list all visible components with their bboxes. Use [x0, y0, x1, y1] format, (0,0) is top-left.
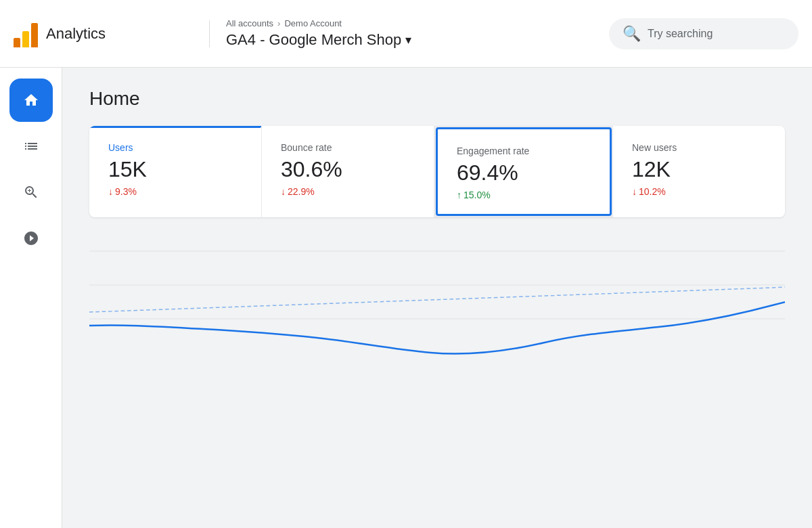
- breadcrumb-demo-account[interactable]: Demo Account: [284, 18, 342, 28]
- new-users-value: 12K: [632, 157, 766, 182]
- new-users-label: New users: [632, 142, 766, 153]
- users-change-arrow: ↓: [108, 186, 113, 197]
- bounce-rate-change-value: 22.9%: [288, 186, 315, 197]
- reports-icon: [23, 138, 39, 154]
- engagement-rate-value: 69.4%: [457, 160, 591, 185]
- sidebar-item-home[interactable]: [9, 79, 53, 122]
- trend-chart: [89, 217, 785, 366]
- metric-bounce-rate[interactable]: Bounce rate 30.6% ↓ 22.9%: [262, 126, 434, 217]
- bounce-rate-label: Bounce rate: [281, 142, 415, 153]
- account-area: All accounts › Demo Account GA4 - Google…: [210, 18, 609, 49]
- metric-engagement-rate[interactable]: Engagement rate 69.4% ↑ 15.0%: [436, 127, 612, 216]
- main-content: Home Users 15K ↓ 9.3% Bounce rate 30.6% …: [62, 68, 812, 528]
- sidebar-item-explore[interactable]: [9, 171, 53, 214]
- metric-users[interactable]: Users 15K ↓ 9.3%: [89, 126, 262, 217]
- explore-icon: [23, 184, 39, 200]
- advertising-icon: [23, 230, 39, 246]
- new-users-change: ↓ 10.2%: [632, 186, 766, 197]
- engagement-rate-arrow: ↑: [457, 190, 461, 200]
- new-users-arrow: ↓: [632, 186, 637, 197]
- main-layout: Home Users 15K ↓ 9.3% Bounce rate 30.6% …: [0, 68, 812, 528]
- engagement-rate-change-value: 15.0%: [464, 190, 491, 200]
- search-placeholder-text: Try searching: [648, 28, 713, 40]
- property-dropdown-icon: ▾: [405, 32, 411, 47]
- breadcrumb: All accounts › Demo Account: [226, 18, 609, 28]
- property-selector[interactable]: GA4 - Google Merch Shop ▾: [226, 31, 609, 49]
- breadcrumb-all-accounts[interactable]: All accounts: [226, 18, 273, 28]
- users-change-value: 9.3%: [115, 186, 137, 197]
- sidebar: [0, 68, 62, 528]
- search-icon: 🔍: [623, 25, 641, 43]
- app-title: Analytics: [46, 25, 106, 43]
- bounce-rate-arrow: ↓: [281, 186, 286, 197]
- analytics-logo-icon: [14, 20, 38, 47]
- users-value: 15K: [108, 157, 242, 182]
- property-name: GA4 - Google Merch Shop: [226, 31, 401, 49]
- engagement-rate-label: Engagement rate: [457, 146, 591, 156]
- bounce-rate-change: ↓ 22.9%: [281, 186, 415, 197]
- search-bar[interactable]: 🔍 Try searching: [609, 18, 798, 49]
- users-label: Users: [108, 142, 242, 153]
- home-icon: [23, 92, 39, 108]
- metric-new-users[interactable]: New users 12K ↓ 10.2%: [613, 126, 785, 217]
- app-header: Analytics All accounts › Demo Account GA…: [0, 0, 812, 68]
- engagement-rate-change: ↑ 15.0%: [457, 190, 591, 200]
- new-users-change-value: 10.2%: [639, 186, 666, 197]
- logo-area: Analytics: [14, 20, 210, 47]
- users-change: ↓ 9.3%: [108, 186, 242, 197]
- sidebar-item-advertising[interactable]: [9, 217, 53, 260]
- breadcrumb-chevron-icon: ›: [277, 18, 280, 28]
- bounce-rate-value: 30.6%: [281, 157, 415, 182]
- chart-area: [89, 217, 785, 366]
- page-title: Home: [89, 88, 785, 110]
- sidebar-item-reports[interactable]: [9, 125, 53, 168]
